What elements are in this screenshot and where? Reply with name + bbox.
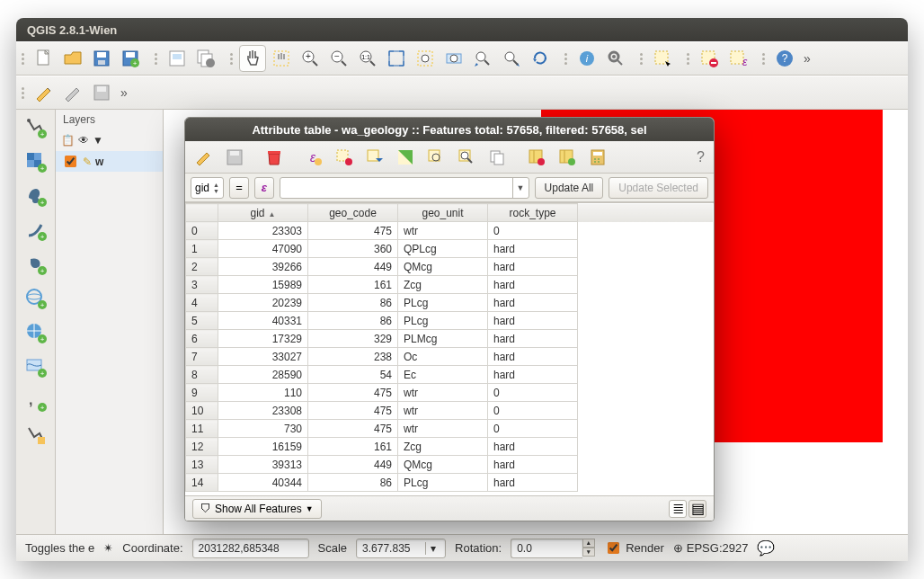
deselect-all-button[interactable]: [331, 144, 358, 171]
zoom-to-selected-button[interactable]: [453, 144, 480, 171]
save-edits-button[interactable]: [88, 79, 115, 106]
column-header[interactable]: gid▲: [218, 204, 308, 222]
cell-rock-type[interactable]: hard: [488, 348, 578, 366]
zoom-full-button[interactable]: [383, 45, 410, 72]
add-wcs-button[interactable]: +: [23, 354, 49, 379]
layer-visibility-checkbox[interactable]: [65, 156, 76, 167]
select-expression-button[interactable]: ε: [724, 45, 751, 72]
cell-gid[interactable]: 730: [218, 420, 308, 438]
row-header[interactable]: 3: [186, 276, 218, 294]
cell-rock-type[interactable]: 0: [488, 222, 578, 240]
table-row[interactable]: 733027238Ochard: [186, 348, 714, 366]
zoom-in-button[interactable]: +: [297, 45, 324, 72]
save-as-button[interactable]: +: [117, 45, 144, 72]
row-header[interactable]: 4: [186, 294, 218, 312]
cell-geo-unit[interactable]: PLcg: [398, 312, 488, 330]
help-button[interactable]: ?: [697, 149, 705, 165]
row-header[interactable]: 6: [186, 330, 218, 348]
expression-dropdown[interactable]: ▼: [512, 178, 529, 198]
row-header[interactable]: 8: [186, 366, 218, 384]
row-header[interactable]: 5: [186, 312, 218, 330]
cell-gid[interactable]: 17329: [218, 330, 308, 348]
cell-geo-unit[interactable]: Oc: [398, 348, 488, 366]
toggle-editing-button[interactable]: [191, 144, 218, 171]
cell-geo-unit[interactable]: Zcg: [398, 438, 488, 456]
cell-geo-code[interactable]: 161: [308, 276, 398, 294]
toolbar-handle[interactable]: [640, 53, 645, 65]
cell-geo-unit[interactable]: PLcg: [398, 294, 488, 312]
dialog-titlebar[interactable]: Attribute table - wa_geology :: Features…: [185, 118, 714, 141]
table-row[interactable]: 617329329PLMcghard: [186, 330, 714, 348]
copy-selected-button[interactable]: [484, 144, 511, 171]
pan-button[interactable]: [239, 45, 266, 72]
table-row[interactable]: 9110475wtr0: [186, 384, 714, 402]
cell-gid[interactable]: 23308: [218, 402, 308, 420]
delete-selected-button[interactable]: [261, 144, 288, 171]
composer-manager-button[interactable]: [192, 45, 219, 72]
cell-geo-code[interactable]: 475: [308, 384, 398, 402]
row-header[interactable]: 1: [186, 240, 218, 258]
row-header[interactable]: 2: [186, 258, 218, 276]
row-header-corner[interactable]: [186, 204, 218, 222]
table-row[interactable]: 11730475wtr0: [186, 420, 714, 438]
attribute-table[interactable]: gid▲ geo_code geo_unit rock_type 0233034…: [185, 202, 714, 495]
cell-rock-type[interactable]: 0: [488, 402, 578, 420]
open-project-button[interactable]: [59, 45, 86, 72]
column-header[interactable]: geo_code: [308, 204, 398, 222]
cell-rock-type[interactable]: hard: [488, 366, 578, 384]
current-edits-button[interactable]: [31, 79, 58, 106]
save-edits-button[interactable]: [221, 144, 248, 171]
cell-gid[interactable]: 28590: [218, 366, 308, 384]
cell-rock-type[interactable]: hard: [488, 474, 578, 492]
cell-gid[interactable]: 40331: [218, 312, 308, 330]
zoom-out-button[interactable]: −: [325, 45, 352, 72]
cell-rock-type[interactable]: hard: [488, 456, 578, 474]
field-select[interactable]: gid ▲▼: [191, 177, 224, 199]
row-header[interactable]: 7: [186, 348, 218, 366]
toolbar-handle[interactable]: [230, 53, 235, 65]
show-all-features-button[interactable]: ⛉ Show All Features ▼: [192, 499, 322, 519]
update-all-button[interactable]: Update All: [535, 177, 604, 199]
select-rect-button[interactable]: [649, 45, 676, 72]
cell-gid[interactable]: 20239: [218, 294, 308, 312]
cell-gid[interactable]: 15989: [218, 276, 308, 294]
table-view-button[interactable]: ≣: [669, 500, 687, 518]
crs-button[interactable]: ⊕EPSG:2927: [673, 541, 749, 555]
messages-icon[interactable]: 💬: [757, 539, 775, 557]
add-wms-button[interactable]: +: [23, 320, 49, 345]
row-header[interactable]: 10: [186, 402, 218, 420]
row-header[interactable]: 0: [186, 222, 218, 240]
coordinate-input[interactable]: 2031282,685348: [192, 539, 309, 558]
cell-gid[interactable]: 33027: [218, 348, 308, 366]
cell-geo-code[interactable]: 86: [308, 294, 398, 312]
cell-geo-unit[interactable]: QMcg: [398, 258, 488, 276]
column-header[interactable]: rock_type: [488, 204, 578, 222]
cell-geo-code[interactable]: 86: [308, 474, 398, 492]
add-group-icon[interactable]: 📋: [61, 134, 75, 147]
render-checkbox[interactable]: Render: [604, 539, 664, 557]
add-postgis-button[interactable]: +: [23, 183, 49, 209]
cell-gid[interactable]: 110: [218, 384, 308, 402]
toggle-editing-button[interactable]: [59, 79, 86, 106]
cell-gid[interactable]: 40344: [218, 474, 308, 492]
cell-geo-unit[interactable]: Zcg: [398, 276, 488, 294]
cell-rock-type[interactable]: hard: [488, 240, 578, 258]
toolbar-overflow-button[interactable]: »: [117, 79, 131, 106]
zoom-to-layer-button[interactable]: [440, 45, 467, 72]
filter-icon[interactable]: ▼: [93, 134, 103, 147]
new-column-button[interactable]: [554, 144, 581, 171]
cell-gid[interactable]: 16159: [218, 438, 308, 456]
identify-button[interactable]: i: [573, 45, 600, 72]
cell-rock-type[interactable]: 0: [488, 384, 578, 402]
table-row[interactable]: 54033186PLcghard: [186, 312, 714, 330]
action-run-button[interactable]: [602, 45, 629, 72]
row-header[interactable]: 9: [186, 384, 218, 402]
add-oracle-button[interactable]: +: [23, 286, 49, 311]
add-spatialite-button[interactable]: +: [23, 218, 49, 243]
expression-builder-button[interactable]: ε: [254, 177, 274, 199]
cell-geo-code[interactable]: 238: [308, 348, 398, 366]
save-project-button[interactable]: [88, 45, 115, 72]
select-by-expression-button[interactable]: ε: [300, 144, 327, 171]
cell-geo-unit[interactable]: PLcg: [398, 474, 488, 492]
table-row[interactable]: 42023986PLcghard: [186, 294, 714, 312]
